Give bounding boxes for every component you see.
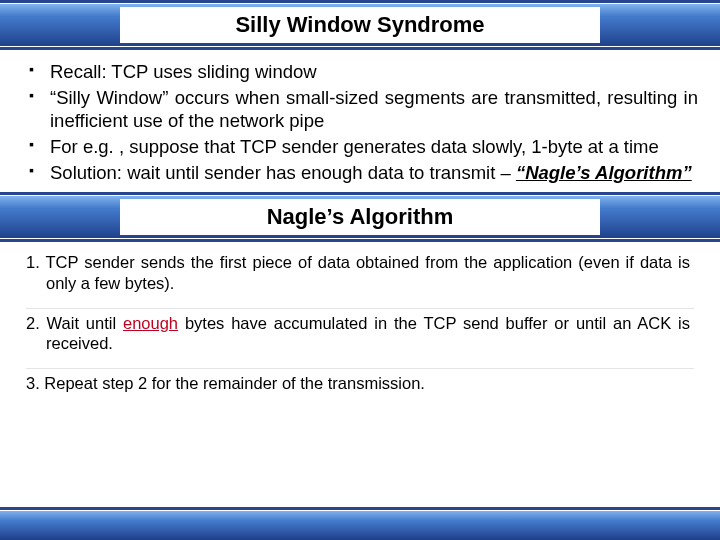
bullet-content: Recall: TCP uses sliding window “Silly W… bbox=[0, 50, 720, 192]
bullet-item: Solution: wait until sender has enough d… bbox=[26, 161, 698, 185]
step-item: 1. TCP sender sends the first piece of d… bbox=[26, 248, 694, 308]
enough-keyword: enough bbox=[123, 314, 178, 332]
subsection-header-banner: Nagle’s Algorithm bbox=[0, 192, 720, 242]
bullet-item: “Silly Window” occurs when small-sized s… bbox=[26, 86, 698, 133]
bullet-item: Recall: TCP uses sliding window bbox=[26, 60, 698, 84]
bullet-list: Recall: TCP uses sliding window “Silly W… bbox=[26, 60, 698, 184]
section-header-plate: Silly Window Syndrome bbox=[120, 7, 600, 43]
subsection-header-title: Nagle’s Algorithm bbox=[267, 204, 454, 230]
section-header-banner: Silly Window Syndrome bbox=[0, 0, 720, 50]
nagle-emphasis: “Nagle’s Algorithm” bbox=[516, 162, 692, 183]
step-item: 3. Repeat step 2 for the remainder of th… bbox=[26, 369, 694, 408]
slide: Silly Window Syndrome Recall: TCP uses s… bbox=[0, 0, 720, 540]
step-item: 2. Wait until enough bytes have accumula… bbox=[26, 309, 694, 369]
footer-bar bbox=[0, 507, 720, 540]
bullet-text: Solution: wait until sender has enough d… bbox=[50, 162, 516, 183]
steps-list: 1. TCP sender sends the first piece of d… bbox=[18, 248, 702, 407]
subsection-header-plate: Nagle’s Algorithm bbox=[120, 199, 600, 235]
step-text: 2. Wait until bbox=[26, 314, 123, 332]
section-header-title: Silly Window Syndrome bbox=[235, 12, 484, 38]
bullet-item: For e.g. , suppose that TCP sender gener… bbox=[26, 135, 698, 159]
